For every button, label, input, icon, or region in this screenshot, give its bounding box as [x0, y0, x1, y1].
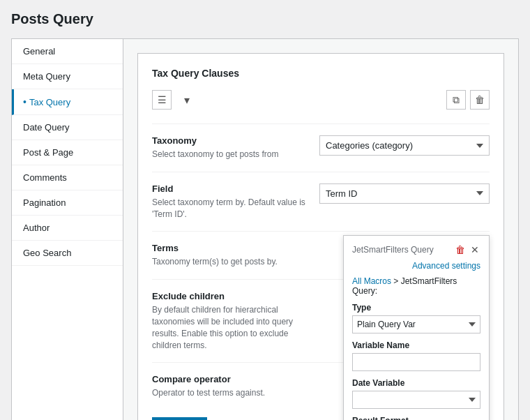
compare-operator-description: Operator to test terms against.: [152, 388, 265, 398]
sidebar-item-general[interactable]: General: [12, 39, 123, 64]
sidebar-item-label: General: [23, 46, 55, 57]
macro-line: All Macros > JetSmartFilters Query:: [352, 276, 480, 296]
sidebar-item-pagination[interactable]: Pagination: [12, 190, 123, 216]
field-title: Field: [152, 183, 305, 194]
sidebar-item-label: Comments: [23, 172, 67, 183]
sidebar-item-date-query[interactable]: Date Query: [12, 115, 123, 140]
field-row: Field Select taxonomy term by. Default v…: [152, 172, 490, 232]
compare-operator-label: Compare operator Operator to test terms …: [152, 374, 305, 399]
sidebar-item-label: Geo Search: [23, 248, 71, 258]
exclude-children-description: By default children for hierarchical tax…: [152, 305, 293, 350]
taxonomy-control: Categories (category) Tags (post_tag) Cu…: [319, 135, 490, 156]
exclude-children-title: Exclude children: [152, 291, 305, 301]
card-toolbar: ☰ ▾ ⧉ 🗑: [152, 90, 490, 110]
sidebar-item-meta-query[interactable]: Meta Query: [12, 64, 123, 89]
taxonomy-row: Taxonomy Select taxonomy to get posts fr…: [152, 123, 490, 172]
sidebar-item-label: Meta Query: [23, 71, 70, 82]
sidebar-item-label: Pagination: [23, 197, 66, 208]
sidebar-item-label: Author: [23, 223, 50, 233]
exclude-children-label: Exclude children By default children for…: [152, 291, 305, 351]
sidebar-item-tax-query[interactable]: • Tax Query: [12, 89, 123, 115]
taxonomy-title: Taxonomy: [152, 135, 305, 146]
add-new-button[interactable]: Add new: [152, 417, 207, 420]
card-title: Tax Query Clauses: [152, 68, 490, 79]
type-label: Type: [352, 303, 480, 313]
sidebar-item-post-page[interactable]: Post & Page: [12, 140, 123, 165]
delete-button[interactable]: 🗑: [470, 90, 490, 110]
field-label: Field Select taxonomy term by. Default v…: [152, 183, 305, 220]
sidebar-item-label: Date Query: [23, 122, 69, 133]
popup-header: JetSmartFilters Query 🗑 ✕: [352, 243, 480, 257]
sidebar-item-label: Post & Page: [23, 147, 73, 158]
popup-header-icons: 🗑 ✕: [454, 243, 480, 257]
popup-close-button[interactable]: ✕: [469, 243, 480, 257]
page-title: Posts Query: [11, 11, 519, 27]
popup-overlay: JetSmartFilters Query 🗑 ✕ Advanced setti…: [343, 235, 490, 420]
result-format-label: Result Format: [352, 416, 480, 420]
toolbar-menu-button[interactable]: ☰: [152, 90, 172, 110]
taxonomy-description: Select taxonomy to get posts from: [152, 149, 278, 159]
type-select[interactable]: Plain Query Var URL Parameter Meta Query…: [352, 315, 480, 333]
field-description: Select taxonomy term by. Default value i…: [152, 197, 305, 219]
date-variable-label: Date Variable: [352, 378, 480, 388]
sidebar-item-author[interactable]: Author: [12, 216, 123, 241]
sidebar: General Meta Query • Tax Query Date Quer…: [12, 39, 123, 420]
compare-operator-title: Compare operator: [152, 374, 305, 384]
date-variable-select[interactable]: [352, 391, 480, 409]
variable-name-input[interactable]: [352, 353, 480, 371]
field-select[interactable]: Term ID Name Slug: [319, 183, 490, 204]
field-control: Term ID Name Slug: [319, 183, 490, 204]
taxonomy-select[interactable]: Categories (category) Tags (post_tag) Cu…: [319, 135, 490, 156]
terms-label: Terms Taxonomy term(s) to get posts by.: [152, 243, 305, 268]
taxonomy-label: Taxonomy Select taxonomy to get posts fr…: [152, 135, 305, 160]
terms-description: Taxonomy term(s) to get posts by.: [152, 257, 278, 267]
sidebar-item-geo-search[interactable]: Geo Search: [12, 241, 123, 266]
all-macros-link[interactable]: All Macros: [352, 276, 391, 286]
sidebar-item-comments[interactable]: Comments: [12, 165, 123, 190]
content-area: Tax Query Clauses ☰ ▾ ⧉ 🗑 Taxonomy Selec…: [123, 39, 518, 420]
variable-name-label: Variable Name: [352, 340, 480, 350]
advanced-settings-link[interactable]: Advanced settings: [352, 261, 480, 271]
popup-title: JetSmartFilters Query: [352, 245, 434, 255]
toolbar-dropdown-button[interactable]: ▾: [177, 90, 197, 110]
active-dot-icon: •: [23, 96, 26, 107]
sidebar-item-label: Tax Query: [29, 97, 70, 107]
popup-delete-button[interactable]: 🗑: [454, 243, 467, 257]
terms-title: Terms: [152, 243, 305, 253]
copy-button[interactable]: ⧉: [446, 90, 466, 110]
tax-query-card: Tax Query Clauses ☰ ▾ ⧉ 🗑 Taxonomy Selec…: [137, 53, 504, 420]
toolbar-right: ⧉ 🗑: [446, 90, 490, 110]
